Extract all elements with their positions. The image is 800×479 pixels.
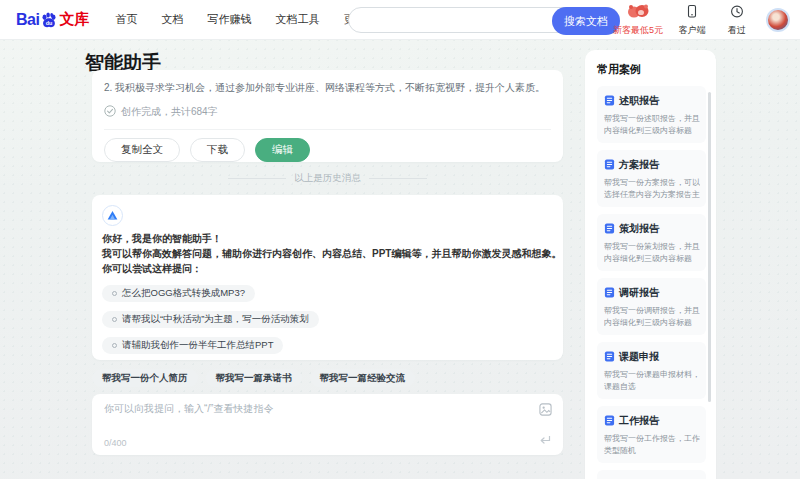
edit-button[interactable]: 编辑 [255, 138, 310, 162]
clock-icon [730, 4, 744, 23]
doc-search-bar: 搜索文档 [348, 7, 620, 33]
viewed-history-link[interactable]: 看过 [721, 4, 753, 37]
doc-icon [604, 156, 615, 174]
chat-input[interactable] [104, 402, 524, 428]
suggestion-chip-ogg-mp3[interactable]: 怎么把OGG格式转换成MP3? [102, 285, 255, 302]
common-cases-panel: 常用案例 述职报告 帮我写一份述职报告，并且内容细化到三级内容标题 方案报告 帮… [585, 50, 716, 479]
assistant-avatar-icon [102, 205, 123, 226]
logo-text-du: du [46, 19, 53, 25]
doc-icon [604, 412, 615, 430]
client-app-link[interactable]: 客户端 [676, 4, 708, 37]
check-circle-icon [104, 103, 116, 121]
case-item-fangan-report[interactable]: 方案报告 帮我写一份方案报告，可以选择任意内容为方案报告主题 [597, 150, 706, 207]
case-item-sixiang-huibao[interactable]: 思想汇报 帮我写一份思想汇报 [597, 470, 706, 479]
sidebar-scrollbar-thumb[interactable] [708, 92, 711, 402]
chat-input-card: 0/400 [92, 394, 563, 455]
viewed-label: 看过 [728, 24, 746, 37]
greeting-line-1: 你好，我是你的智能助手！ [102, 231, 553, 246]
logo-text-bai: Bai [16, 11, 39, 29]
promo-mascot-icon [626, 3, 650, 23]
answer-excerpt: 2. 我积极寻求学习机会，通过参加外部专业讲座、网络课程等方式，不断拓宽视野，提… [104, 80, 551, 95]
history-answer-card: 2. 我积极寻求学习机会，通过参加外部专业讲座、网络课程等方式，不断拓宽视野，提… [92, 70, 563, 162]
case-item-shuzhi-report[interactable]: 述职报告 帮我写一份述职报告，并且内容细化到三级内容标题 [597, 86, 706, 143]
suggestion-chip-midautumn-plan[interactable]: 请帮我以“中秋活动”为主题，写一份活动策划 [102, 311, 319, 328]
quick-prompt-experience[interactable]: 帮我写一篇经验交流 [310, 369, 416, 387]
greeting-line-2: 我可以帮你高效解答问题，辅助你进行内容创作、内容总结、PPT编辑等，并且帮助你激… [102, 246, 553, 261]
send-enter-icon[interactable] [539, 431, 551, 449]
doc-icon [604, 348, 615, 366]
top-navbar: Bai du 文库 首页 文档 写作赚钱 文档工具 更多 搜索文档 [0, 0, 800, 40]
history-messages-divider: 以上是历史消息 [92, 172, 563, 185]
quick-prompt-row: 帮我写一份个人简历 帮我写一篇承诺书 帮我写一篇经验交流 [92, 369, 415, 387]
card-divider [104, 129, 551, 130]
nav-item-write-earn[interactable]: 写作赚钱 [207, 12, 251, 27]
copy-all-button[interactable]: 复制全文 [104, 138, 180, 162]
creation-status: 创作完成，共计684字 [121, 105, 218, 119]
nav-item-home[interactable]: 首页 [115, 12, 137, 27]
suggestion-chip-halfyear-ppt[interactable]: 请辅助我创作一份半年工作总结PPT [102, 337, 283, 354]
doc-icon [604, 220, 615, 238]
case-item-cehua-report[interactable]: 策划报告 帮我写一份策划报告，并且内容细化到三级内容标题 [597, 214, 706, 271]
case-item-diaoyan-report[interactable]: 调研报告 帮我写一份调研报告，并且内容细化到三级内容标题 [597, 278, 706, 335]
case-list: 述职报告 帮我写一份述职报告，并且内容细化到三级内容标题 方案报告 帮我写一份方… [597, 86, 706, 479]
quick-prompt-commitment[interactable]: 帮我写一篇承诺书 [206, 369, 302, 387]
case-item-keti-shenbao[interactable]: 课题申报 帮我写一份课题申报材料，课题自选 [597, 342, 706, 399]
client-label: 客户端 [679, 24, 706, 37]
bullet-circle-icon [112, 343, 117, 348]
logo-text-wenku: 文库 [59, 10, 89, 29]
search-button[interactable]: 搜索文档 [552, 7, 620, 35]
quick-prompt-resume[interactable]: 帮我写一份个人简历 [92, 369, 198, 387]
char-counter: 0/400 [104, 438, 127, 448]
nav-item-doc-tools[interactable]: 文档工具 [275, 12, 319, 27]
doc-icon [604, 284, 615, 302]
bullet-circle-icon [112, 291, 117, 296]
user-avatar[interactable] [766, 8, 790, 32]
history-divider-label: 以上是历史消息 [294, 172, 361, 185]
suggestion-list: 怎么把OGG格式转换成MP3? 请帮我以“中秋活动”为主题，写一份活动策划 请辅… [102, 282, 553, 360]
promo-link[interactable]: 新客最低5元 [613, 3, 663, 37]
header-tools: 新客最低5元 客户端 看过 [613, 0, 790, 40]
greeting-line-3: 你可以尝试这样提问： [102, 261, 553, 276]
doc-icon [604, 92, 615, 110]
nav-item-docs[interactable]: 文档 [161, 12, 183, 27]
bullet-circle-icon [112, 317, 117, 322]
download-button[interactable]: 下载 [190, 138, 245, 162]
assistant-message-card: 你好，我是你的智能助手！ 我可以帮你高效解答问题，辅助你进行内容创作、内容总结、… [92, 195, 563, 360]
main-nav: 首页 文档 写作赚钱 文档工具 更多 [115, 12, 365, 27]
phone-icon [685, 4, 699, 23]
baidu-wenku-logo[interactable]: Bai du 文库 [16, 10, 89, 29]
case-item-gongzuo-report[interactable]: 工作报告 帮我写一份工作报告，工作类型随机 [597, 406, 706, 463]
baidu-paw-icon: du [40, 11, 58, 29]
promo-label: 新客最低5元 [613, 24, 663, 37]
sidebar-title: 常用案例 [597, 62, 706, 77]
image-upload-icon[interactable] [539, 402, 552, 420]
